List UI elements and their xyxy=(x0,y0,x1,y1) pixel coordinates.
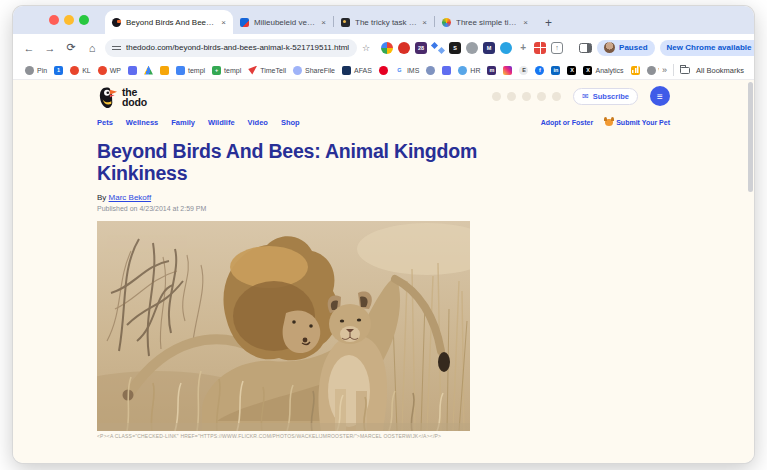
doc-green-icon: + xyxy=(212,66,221,75)
all-bookmarks-button[interactable]: All Bookmarks xyxy=(696,66,744,75)
badge-28-extension-icon[interactable]: 28 xyxy=(415,42,427,54)
tab-close-icon[interactable]: × xyxy=(422,18,427,27)
snapchat-icon[interactable] xyxy=(537,92,546,101)
red-grid-extension-icon[interactable] xyxy=(534,42,546,54)
bookmark-item[interactable] xyxy=(126,66,139,75)
crosshair-extension-icon[interactable]: + xyxy=(517,42,529,54)
blue-drop-extension-icon[interactable] xyxy=(500,42,512,54)
tab-close-icon[interactable]: × xyxy=(321,18,326,27)
bookmark-item[interactable]: GIMS xyxy=(393,66,421,75)
m-extension-icon[interactable]: M xyxy=(483,42,495,54)
page-scrollbar[interactable] xyxy=(748,82,753,192)
bookmark-item[interactable] xyxy=(440,66,453,75)
dodo-logo[interactable]: the dodo xyxy=(97,86,300,109)
s-extension-icon[interactable]: S xyxy=(449,42,461,54)
close-window-button[interactable] xyxy=(49,15,59,25)
youtube-icon[interactable] xyxy=(552,92,561,101)
forward-icon[interactable]: → xyxy=(42,42,58,54)
tab-close-icon[interactable]: × xyxy=(221,18,226,27)
author-link[interactable]: Marc Bekoff xyxy=(109,193,152,202)
bookmark-item[interactable]: WL xyxy=(645,66,660,75)
bookmark-item[interactable] xyxy=(377,66,390,75)
minimize-window-button[interactable] xyxy=(64,15,74,25)
profile-paused-button[interactable]: Paused xyxy=(597,40,654,56)
bookmark-item[interactable]: HR xyxy=(456,66,482,75)
new-tab-button[interactable]: + xyxy=(545,16,552,30)
bookmark-item[interactable] xyxy=(142,66,155,75)
bookmark-item[interactable]: f xyxy=(533,66,546,75)
window-controls xyxy=(49,15,89,25)
image-caption: <P><A CLASS="CHECKED-LINK" HREF="HTTPS:/… xyxy=(97,433,470,439)
share-extension-icon[interactable]: ↑ xyxy=(551,42,563,54)
nav-link-shop[interactable]: Shop xyxy=(281,118,300,127)
nav-link-wildlife[interactable]: Wildlife xyxy=(208,118,235,127)
bookmark-item[interactable]: in xyxy=(549,66,562,75)
adopt-or-foster-link[interactable]: Adopt or Foster xyxy=(541,119,594,126)
back-icon[interactable]: ← xyxy=(21,42,37,54)
site-menu-button[interactable]: ≡ xyxy=(650,86,670,106)
bookmark-item[interactable]: m xyxy=(485,66,498,75)
side-panel-icon[interactable] xyxy=(579,43,592,53)
tab-strip-tabs: Beyond Birds And Bees: Anim×Milieubeleid… xyxy=(105,6,552,34)
bookmark-label: Pin xyxy=(37,67,47,74)
pinwheel-extension-icon[interactable] xyxy=(381,42,393,54)
timetell-icon xyxy=(248,66,257,75)
bookmark-item[interactable]: AFAS xyxy=(340,66,374,75)
address-bar[interactable]: thedodo.com/beyond-birds-and-bees-animal… xyxy=(105,39,357,57)
maximize-window-button[interactable] xyxy=(79,15,89,25)
bookmark-item[interactable]: 1 xyxy=(52,66,65,75)
facebook-icon[interactable] xyxy=(492,92,501,101)
tab-4[interactable]: Three simple tips to survive s× xyxy=(435,10,535,34)
home-icon[interactable]: ⌂ xyxy=(84,42,100,54)
bookmark-item[interactable] xyxy=(501,66,514,75)
bookmark-item[interactable]: XAnalytics xyxy=(581,66,625,75)
twitter-icon[interactable] xyxy=(507,92,516,101)
tab-2[interactable]: Milieubeleid vergt sterke rol o× xyxy=(233,10,333,34)
bookmarks-overflow-icon[interactable]: » xyxy=(662,65,667,75)
chrome-update-button[interactable]: New Chrome available ⋮ xyxy=(660,40,754,56)
globe2-icon xyxy=(647,66,656,75)
page-content: the dodo PetsWellnessFamilyWildlifeVideo… xyxy=(13,80,754,463)
pinterest-icon xyxy=(379,66,388,75)
subscribe-button[interactable]: ✉ Subscribe xyxy=(573,88,638,105)
header-right: ✉ Subscribe ≡ Adopt or Foster Submit You… xyxy=(492,86,670,126)
blue-diamonds-extension-icon[interactable] xyxy=(432,42,444,54)
submit-your-pet-link[interactable]: Submit Your Pet xyxy=(605,119,670,126)
bookmark-item[interactable]: ShareFile xyxy=(291,66,337,75)
header-actions: ✉ Subscribe ≡ xyxy=(492,86,670,106)
nav-link-wellness[interactable]: Wellness xyxy=(126,118,158,127)
nav-link-video[interactable]: Video xyxy=(248,118,268,127)
folder-icon xyxy=(680,67,690,74)
site-info-icon[interactable] xyxy=(112,44,121,52)
bookmark-item[interactable] xyxy=(158,66,171,75)
bookmark-item[interactable]: X xyxy=(565,66,578,75)
envelope-icon: ✉ xyxy=(582,92,589,101)
red-circle-extension-icon[interactable] xyxy=(398,42,410,54)
article-hero-image xyxy=(97,221,470,431)
bookmark-item[interactable] xyxy=(629,66,642,75)
target-icon xyxy=(426,66,435,75)
site-header: the dodo PetsWellnessFamilyWildlifeVideo… xyxy=(97,86,670,127)
reload-icon[interactable]: ⟳ xyxy=(63,41,79,54)
bookmark-item[interactable] xyxy=(424,66,437,75)
bookmark-item[interactable]: templ xyxy=(174,66,207,75)
bookmark-item[interactable]: KL xyxy=(68,66,93,75)
bookmark-label: ShareFile xyxy=(305,67,335,74)
bookmark-item[interactable]: E xyxy=(517,66,530,75)
bookmark-item[interactable]: TimeTell xyxy=(246,66,288,75)
bookmark-star-icon[interactable]: ☆ xyxy=(362,43,370,53)
instagram-icon[interactable] xyxy=(522,92,531,101)
bookmark-item[interactable]: Pin xyxy=(23,66,49,75)
google-g-icon: G xyxy=(395,66,404,75)
bookmark-item[interactable]: WP xyxy=(96,66,123,75)
tab-title: The tricky task of tallying ca xyxy=(355,18,417,27)
bookmark-item[interactable]: +templ xyxy=(210,66,243,75)
nav-link-family[interactable]: Family xyxy=(171,118,195,127)
tab-3[interactable]: The tricky task of tallying ca× xyxy=(334,10,434,34)
nav-link-pets[interactable]: Pets xyxy=(97,118,113,127)
tab-1[interactable]: Beyond Birds And Bees: Anim× xyxy=(105,10,233,34)
gray-dot-extension-icon[interactable] xyxy=(466,42,478,54)
wp-icon xyxy=(98,66,107,75)
tab-close-icon[interactable]: × xyxy=(523,18,528,27)
shield-icon xyxy=(128,66,137,75)
